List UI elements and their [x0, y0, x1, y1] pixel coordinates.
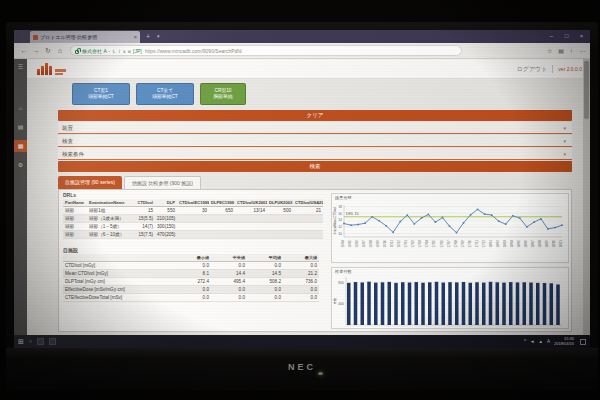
page-content: CT室1頭部単純CTCT全て頭部単純CTCR室10胸部単純 クリア 装置▾検査▾…	[27, 79, 583, 335]
tab-list-dropdown-icon[interactable]: ▾	[157, 30, 160, 43]
back-icon[interactable]: ←	[19, 47, 29, 54]
quick-button-3[interactable]: CR室10胸部単純	[200, 83, 246, 105]
notification-center-icon[interactable]	[580, 339, 586, 345]
app-header: ログアウト ver 2.0.0.0	[27, 59, 590, 79]
speaker-icon[interactable]: ◄	[530, 339, 534, 344]
search-bar-button[interactable]: 検索	[58, 161, 572, 172]
more-icon[interactable]: ⋯	[579, 47, 585, 54]
table-cell: 470(205)	[155, 231, 177, 239]
scrollbar-thumb[interactable]	[584, 61, 589, 119]
quick-buttons-row: CT室1頭部単純CTCT全て頭部単純CTCR室10胸部単純	[72, 83, 246, 105]
table-cell: 500	[267, 207, 293, 215]
accordion-1[interactable]: 装置▾	[58, 122, 572, 134]
exam-count-bar-chart: 400800件数	[332, 275, 568, 327]
taskbar-app-icon-1[interactable]	[37, 338, 44, 345]
windows-taskbar: ⊞ ○ ^◄▲A 15:36 2018/04/16	[14, 335, 590, 348]
window-controls: – □ ×	[544, 30, 589, 43]
sidebar-item-home-icon[interactable]: ⌂	[14, 102, 27, 114]
table-cell: 0.0	[175, 262, 211, 270]
table-cell: 15	[135, 207, 155, 215]
quick-button-1[interactable]: CT室1頭部単純CT	[72, 83, 130, 105]
url-input[interactable]: 株式会社 A・Ｌｉｘａ [JP] https://www.mincadb.com…	[70, 45, 462, 56]
table-cell: 508.2	[247, 278, 283, 286]
taskbar-search-icon[interactable]: ○	[29, 335, 32, 348]
page-scrollbar[interactable]	[583, 59, 590, 335]
table-cell	[209, 215, 235, 223]
network-icon[interactable]: ▲	[538, 339, 542, 344]
forward-icon[interactable]: →	[31, 47, 41, 54]
svg-text:16/06: 16/06	[355, 240, 359, 248]
svg-text:18: 18	[338, 205, 342, 209]
svg-text:16/10: 16/10	[383, 240, 387, 248]
reading-list-icon[interactable]: ▤	[558, 47, 564, 54]
svg-text:18/02: 18/02	[496, 240, 500, 248]
table-cell	[293, 231, 323, 239]
quick-button-2[interactable]: CT全て頭部単純CT	[136, 83, 194, 105]
tab-2[interactable]: 他施設 比較参照 (900 施設)	[124, 176, 201, 189]
clear-bar-button[interactable]: クリア	[58, 110, 572, 121]
tab-close-icon[interactable]: ×	[133, 34, 137, 40]
favorites-star-icon[interactable]: ☆	[547, 47, 552, 54]
svg-text:17/05: 17/05	[432, 240, 436, 248]
sidebar-item-list-icon[interactable]: ▤	[14, 121, 27, 133]
line-chart-title: 線量推移	[332, 194, 568, 201]
accordion-3[interactable]: 検索条件▾	[58, 148, 572, 160]
table-cell: 14.4	[211, 270, 247, 278]
table-cell	[267, 231, 293, 239]
accordion-label: 検査	[62, 135, 73, 147]
table-cell: 0.0	[283, 286, 319, 294]
app-logo[interactable]	[37, 63, 66, 75]
accordion-label: 検索条件	[62, 148, 84, 160]
svg-text:18/08: 18/08	[538, 240, 542, 248]
table-cell: 0.0	[175, 294, 211, 302]
column-header: CTDIvolEC1999	[177, 199, 209, 207]
svg-text:16/09: 16/09	[376, 240, 380, 248]
column-header: ExaminationName	[87, 199, 135, 207]
home-icon[interactable]: ⌂	[55, 47, 65, 54]
taskbar-app-icon-2[interactable]	[49, 338, 56, 345]
sidebar-item-settings-gear-icon[interactable]: ⚙	[14, 159, 27, 171]
table-cell: 0.0	[211, 294, 247, 302]
svg-text:DRL 15: DRL 15	[346, 212, 359, 216]
ime-icon[interactable]: A	[547, 339, 550, 344]
chevron-up-icon[interactable]: ^	[524, 339, 526, 344]
chevron-down-icon: ▾	[563, 135, 566, 147]
quick-button-line2: 頭部単純CT	[88, 94, 114, 100]
table-cell: 21	[293, 207, 323, 215]
table-cell: 0.0	[211, 262, 247, 270]
svg-text:400: 400	[338, 302, 344, 306]
svg-text:18/09: 18/09	[545, 240, 549, 248]
start-button[interactable]: ⊞	[18, 335, 24, 348]
tab-1[interactable]: 自施設管理 (90 series)	[58, 176, 122, 189]
result-tabs: 自施設管理 (90 series)他施設 比較参照 (900 施設)	[58, 176, 201, 189]
accordion-2[interactable]: 検査▾	[58, 135, 572, 147]
table-cell: CTEffectiveDoseTotal [mSv]	[63, 294, 175, 302]
table-cell: 頭部	[63, 231, 87, 239]
table-cell: 頭部（1歳未満）	[87, 215, 135, 223]
table-cell: 8.1	[175, 270, 211, 278]
sidebar-item-menu-icon[interactable]: ☰	[14, 61, 27, 73]
svg-text:18/10: 18/10	[552, 240, 556, 248]
new-tab-button[interactable]: +	[146, 30, 150, 43]
table-cell: 0.0	[175, 286, 211, 294]
minimize-button[interactable]: –	[544, 30, 559, 43]
taskbar-clock[interactable]: 15:36 2018/04/16	[554, 337, 574, 346]
close-button[interactable]: ×	[574, 30, 589, 43]
svg-text:17/01: 17/01	[404, 240, 408, 248]
browser-tab[interactable]: プロトコル管理-比較参照 ×	[30, 31, 140, 43]
table-cell	[177, 231, 209, 239]
sidebar: ☰⌂▤▦⚙	[14, 59, 27, 335]
downloads-icon[interactable]: ↓	[570, 47, 573, 54]
maximize-button[interactable]: □	[559, 30, 574, 43]
table-cell: 272.4	[175, 278, 211, 286]
svg-text:17/03: 17/03	[418, 240, 422, 248]
svg-text:16/04: 16/04	[341, 240, 345, 248]
sidebar-item-dose-chart-icon[interactable]: ▦	[14, 140, 27, 152]
table-cell: 21.2	[283, 270, 319, 278]
svg-text:18/11: 18/11	[559, 240, 563, 248]
results-panel: DRLs PartNameExaminationNameCTDIvolDLPCT…	[58, 189, 572, 332]
table-cell: 0.0	[247, 286, 283, 294]
logout-button[interactable]: ログアウト	[517, 65, 548, 74]
refresh-icon[interactable]: ↻	[43, 47, 53, 55]
table-cell: 14(7)	[135, 223, 155, 231]
